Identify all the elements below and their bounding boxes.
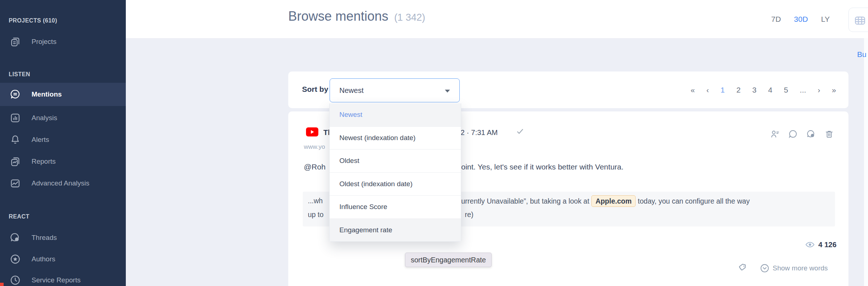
sidebar-item-label: Projects <box>32 38 57 46</box>
page-5[interactable]: 5 <box>784 86 788 94</box>
sidebar-section-listen: LISTEN <box>9 71 30 78</box>
date-range-switcher: 7D 30D LY <box>771 0 830 38</box>
dropdown-option-newest-indexation[interactable]: Newest (indexation date) <box>330 127 461 150</box>
comment-icon[interactable] <box>788 129 798 139</box>
assign-author-icon[interactable] <box>770 129 780 139</box>
hover-tooltip: sortByEngagementRate <box>405 253 492 267</box>
sidebar-item-advanced-analysis[interactable]: Advanced Analysis <box>0 172 126 194</box>
mention-text-right: oint. Yes, let's see if it works better … <box>461 163 624 171</box>
check-icon <box>516 127 525 136</box>
sidebar-section-react: REACT <box>9 213 29 220</box>
service-reports-icon <box>9 274 21 286</box>
quote-text-post: today, you can configure all the way <box>638 197 750 205</box>
page-prev-button[interactable]: ‹ <box>706 86 709 94</box>
authors-icon <box>9 253 21 265</box>
range-7d[interactable]: 7D <box>771 15 781 24</box>
mentions-icon <box>9 89 21 100</box>
sidebar: PROJECTS (610) Projects LISTEN Mentions <box>0 0 126 286</box>
quote-line1-right: urrently Unavailable”, but taking a look… <box>461 195 750 207</box>
sidebar-item-label: Mentions <box>32 90 62 98</box>
dropdown-option-oldest-indexation[interactable]: Oldest (indexation date) <box>330 173 461 196</box>
page-4[interactable]: 4 <box>768 86 772 94</box>
mentions-count: (1 342) <box>394 12 425 23</box>
page-next-button[interactable]: › <box>818 86 820 94</box>
sidebar-item-label: Authors <box>32 255 55 263</box>
threads-icon <box>9 232 21 244</box>
analysis-icon <box>9 112 21 124</box>
page-2[interactable]: 2 <box>736 86 741 94</box>
sidebar-item-threads[interactable]: Threads <box>0 227 126 249</box>
sidebar-section-projects: PROJECTS (610) <box>9 17 57 24</box>
sidebar-item-analysis[interactable]: Analysis <box>0 107 126 129</box>
scrollbar-track[interactable] <box>864 38 868 286</box>
pagination: « ‹ 1 2 3 4 5 ... › » <box>691 72 836 108</box>
sidebar-item-reports[interactable]: Reports <box>0 151 126 172</box>
sort-select-value: Newest <box>339 86 364 95</box>
sort-by-label: Sort by <box>302 85 328 94</box>
sidebar-item-service-reports[interactable]: Service Reports <box>0 269 126 286</box>
views-count: 4 126 <box>818 241 836 249</box>
chevron-circle-icon[interactable] <box>760 263 770 273</box>
sidebar-item-alerts[interactable]: Alerts <box>0 129 126 151</box>
show-more-words-link[interactable]: Show more words <box>773 264 828 272</box>
sort-select[interactable]: Newest <box>330 78 460 102</box>
sidebar-item-label: Reports <box>32 158 56 166</box>
alerts-icon <box>9 134 21 146</box>
dropdown-option-influence-score[interactable]: Influence Score <box>330 196 461 219</box>
page-first-button[interactable]: « <box>691 86 695 94</box>
sidebar-item-projects[interactable]: Projects <box>0 31 126 53</box>
quote-text-pre: urrently Unavailable”, but taking a look… <box>461 197 589 205</box>
advanced-analysis-icon <box>9 177 21 189</box>
engage-icon[interactable] <box>806 129 816 139</box>
mention-url[interactable]: www.yo <box>304 143 325 151</box>
eye-icon <box>805 240 815 250</box>
sort-dropdown-menu: Newest Newest (indexation date) Oldest O… <box>329 103 461 242</box>
notification-badge-sliver <box>0 283 4 286</box>
chevron-down-icon <box>445 90 450 93</box>
quote-line1-left: ...wh <box>308 195 323 206</box>
dropdown-option-newest[interactable]: Newest <box>330 103 461 127</box>
sidebar-item-label: Alerts <box>32 136 49 144</box>
sidebar-item-label: Service Reports <box>32 276 80 284</box>
page-ellipsis: ... <box>800 86 806 94</box>
page-title: Browse mentions(1 342) <box>288 9 425 24</box>
reports-icon <box>9 156 21 167</box>
quote-line2-right: re) <box>465 209 474 220</box>
page-3[interactable]: 3 <box>752 86 757 94</box>
mention-text-left: @Roh <box>304 163 326 171</box>
calendar-button[interactable] <box>848 8 868 32</box>
top-header: Browse mentions(1 342) 7D 30D LY <box>126 0 868 38</box>
sort-toolbar: Sort by Newest « ‹ 1 2 3 4 5 ... › » <box>288 72 848 108</box>
range-ly[interactable]: LY <box>821 15 830 24</box>
partial-link[interactable]: Bu <box>857 50 867 59</box>
page-last-button[interactable]: » <box>832 86 836 94</box>
sidebar-item-label: Threads <box>32 234 57 242</box>
page-1[interactable]: 1 <box>720 86 725 94</box>
app-root: PROJECTS (610) Projects LISTEN Mentions <box>0 0 868 286</box>
tag-icon[interactable] <box>738 262 749 273</box>
keyword-highlight: Apple.com <box>591 195 636 207</box>
dropdown-option-engagement-rate[interactable]: Engagement rate <box>330 219 461 242</box>
calendar-icon <box>853 14 867 27</box>
sidebar-item-label: Advanced Analysis <box>32 179 90 187</box>
page-title-text: Browse mentions <box>288 9 388 24</box>
sidebar-item-authors[interactable]: Authors <box>0 248 126 270</box>
dropdown-option-oldest[interactable]: Oldest <box>330 150 461 173</box>
youtube-icon <box>306 127 318 136</box>
delete-icon[interactable] <box>824 129 834 139</box>
sidebar-item-mentions[interactable]: Mentions <box>0 83 126 106</box>
projects-icon <box>9 36 21 48</box>
quote-line2-left: up to <box>308 209 323 220</box>
range-30d[interactable]: 30D <box>794 15 808 24</box>
sidebar-item-label: Analysis <box>32 114 57 122</box>
